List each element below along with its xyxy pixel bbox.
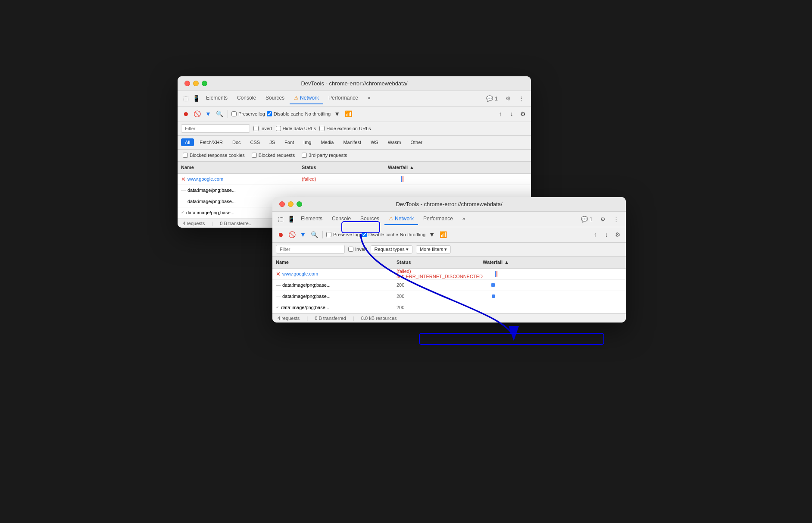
wifi-icon-2[interactable]: 📶 xyxy=(438,230,448,239)
table-row[interactable]: ✕ www.google.com (failed) xyxy=(178,174,531,185)
tab-elements-1[interactable]: Elements xyxy=(202,92,232,104)
upload-icon-1[interactable]: ↑ xyxy=(496,109,505,119)
col-status-header-2[interactable]: Status xyxy=(397,260,483,265)
col-name-header-1[interactable]: Name xyxy=(181,165,302,170)
row-waterfall-2-0 xyxy=(483,270,622,278)
throttle-dropdown-1[interactable]: ▼ xyxy=(332,109,342,119)
filter-btn-1[interactable]: ▼ xyxy=(203,109,213,119)
throttle-dropdown-2[interactable]: ▼ xyxy=(427,230,437,239)
third-party-checkbox-1[interactable] xyxy=(302,153,307,158)
preserve-log-checkbox-1[interactable] xyxy=(231,111,237,116)
type-font-1[interactable]: Font xyxy=(281,138,298,146)
settings-icon-2[interactable]: ⚙ xyxy=(597,213,609,225)
download-icon-2[interactable]: ↓ xyxy=(602,230,611,239)
col-waterfall-header-2[interactable]: Waterfall ▲ xyxy=(483,260,622,265)
chat-icon-1[interactable]: 💬 1 xyxy=(483,93,501,104)
record-btn-1[interactable]: ⏺ xyxy=(181,109,191,119)
upload-icon-2[interactable]: ↑ xyxy=(590,230,600,239)
tab-console-1[interactable]: Console xyxy=(233,92,260,104)
more-filters-btn-2[interactable]: More filters ▾ xyxy=(416,245,451,254)
tab-performance-2[interactable]: Performance xyxy=(419,213,457,225)
status-bar-2: 4 requests | 0 B transferred | 8.0 kB re… xyxy=(272,313,626,323)
settings2-icon-2[interactable]: ⚙ xyxy=(613,230,622,239)
request-types-btn-2[interactable]: Request types ▾ xyxy=(371,245,412,254)
minimize-button-2[interactable] xyxy=(288,201,294,207)
tab-more-1[interactable]: » xyxy=(363,92,375,104)
more-icon-2[interactable]: ⋮ xyxy=(610,213,622,225)
minimize-button-1[interactable] xyxy=(193,81,199,86)
invert-checkbox-2[interactable] xyxy=(348,247,353,252)
col-name-header-2[interactable]: Name xyxy=(276,260,397,265)
type-js-1[interactable]: JS xyxy=(265,138,279,146)
third-party-label-1[interactable]: 3rd-party requests xyxy=(302,153,347,158)
invert-label-1[interactable]: Invert xyxy=(253,126,272,131)
clear-btn-1[interactable]: 🚫 xyxy=(192,109,202,119)
hide-ext-label-1[interactable]: Hide extension URLs xyxy=(319,126,371,131)
blocked-req-checkbox-1[interactable] xyxy=(252,153,257,158)
preserve-log-label-1[interactable]: Preserve log xyxy=(231,111,265,116)
settings2-icon-1[interactable]: ⚙ xyxy=(518,109,528,119)
type-other-1[interactable]: Other xyxy=(406,138,426,146)
maximize-button-1[interactable] xyxy=(202,81,207,86)
disable-cache-label-1[interactable]: Disable cache xyxy=(267,111,303,116)
tab-elements-2[interactable]: Elements xyxy=(297,213,327,225)
blocked-req-label-1[interactable]: Blocked requests xyxy=(252,153,295,158)
type-doc-1[interactable]: Doc xyxy=(228,138,245,146)
preserve-log-label-2[interactable]: Preserve log xyxy=(326,232,360,237)
disable-cache-checkbox-2[interactable] xyxy=(362,232,367,237)
type-ws-1[interactable]: WS xyxy=(367,138,382,146)
more-icon-1[interactable]: ⋮ xyxy=(515,93,528,104)
cursor-icon-2[interactable]: ⬚ xyxy=(276,214,285,224)
type-manifest-1[interactable]: Manifest xyxy=(339,138,365,146)
row-link-2-0[interactable]: www.google.com xyxy=(282,271,318,276)
type-media-1[interactable]: Media xyxy=(317,138,337,146)
type-css-1[interactable]: CSS xyxy=(247,138,264,146)
tab-more-2[interactable]: » xyxy=(458,213,470,225)
tab-console-2[interactable]: Console xyxy=(328,213,355,225)
hide-data-label-1[interactable]: Hide data URLs xyxy=(276,126,316,131)
disable-cache-checkbox-1[interactable] xyxy=(267,111,272,116)
tab-network-1[interactable]: ⚠Network xyxy=(290,92,323,104)
type-fetchxhr-1[interactable]: Fetch/XHR xyxy=(196,138,227,146)
col-status-header-1[interactable]: Status xyxy=(302,165,388,170)
table-row[interactable]: — data:image/png;base... 200 xyxy=(272,280,626,291)
close-button-1[interactable] xyxy=(184,81,190,86)
invert-label-2[interactable]: Invert xyxy=(348,247,367,252)
settings-icon-1[interactable]: ⚙ xyxy=(502,93,514,104)
download-icon-1[interactable]: ↓ xyxy=(507,109,516,119)
tab-sources-2[interactable]: Sources xyxy=(356,213,384,225)
hide-data-checkbox-1[interactable] xyxy=(276,126,281,131)
clear-btn-2[interactable]: 🚫 xyxy=(287,230,297,239)
hide-ext-checkbox-1[interactable] xyxy=(319,126,325,131)
close-button-2[interactable] xyxy=(279,201,285,207)
record-btn-2[interactable]: ⏺ xyxy=(276,230,285,239)
filter-btn-2[interactable]: ▼ xyxy=(298,230,308,239)
table-row[interactable]: — data:image/png;base... 200 xyxy=(272,291,626,302)
filter-input-1[interactable] xyxy=(181,124,250,133)
mobile-icon[interactable]: 📱 xyxy=(191,94,201,103)
tab-performance-1[interactable]: Performance xyxy=(324,92,362,104)
blocked-resp-checkbox-1[interactable] xyxy=(183,153,188,158)
chat-icon-2[interactable]: 💬 1 xyxy=(578,213,596,225)
blocked-resp-label-1[interactable]: Blocked response cookies xyxy=(183,153,245,158)
table-row[interactable]: — data:image/png;base... xyxy=(178,185,531,196)
col-waterfall-header-1[interactable]: Waterfall ▲ xyxy=(388,165,528,170)
disable-cache-label-2[interactable]: Disable cache xyxy=(362,232,398,237)
table-row[interactable]: ✕ www.google.com (failed) net::ERR_INTER… xyxy=(272,269,626,280)
type-all-1[interactable]: All xyxy=(181,138,194,146)
tab-network-2[interactable]: ⚠Network xyxy=(384,213,418,225)
search-btn-1[interactable]: 🔍 xyxy=(215,109,224,119)
maximize-button-2[interactable] xyxy=(297,201,302,207)
table-row[interactable]: ✓ data:image/png;base... 200 xyxy=(272,302,626,313)
row-link-1-0[interactable]: www.google.com xyxy=(187,176,223,182)
search-btn-2[interactable]: 🔍 xyxy=(309,230,319,239)
tab-sources-1[interactable]: Sources xyxy=(261,92,289,104)
preserve-log-checkbox-2[interactable] xyxy=(326,232,331,237)
filter-input-2[interactable] xyxy=(276,245,345,254)
invert-checkbox-1[interactable] xyxy=(253,126,259,131)
type-wasm-1[interactable]: Wasm xyxy=(384,138,405,146)
type-img-1[interactable]: Img xyxy=(300,138,315,146)
wifi-icon-1[interactable]: 📶 xyxy=(344,109,353,119)
mobile-icon-2[interactable]: 📱 xyxy=(286,214,296,224)
cursor-icon[interactable]: ⬚ xyxy=(181,94,191,103)
